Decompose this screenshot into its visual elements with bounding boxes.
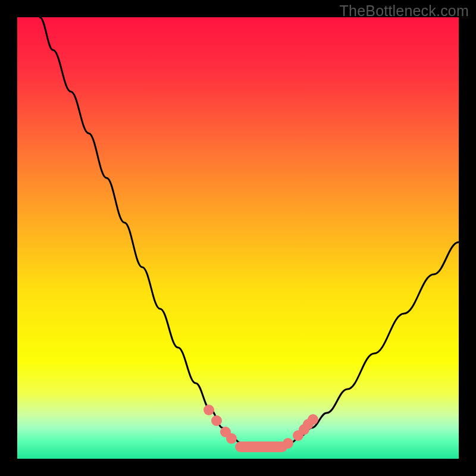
curve-layer	[17, 17, 459, 459]
marker-dot	[226, 433, 237, 444]
bottleneck-curve	[40, 17, 459, 449]
outer-black-frame: TheBottleneck.com	[0, 0, 476, 476]
marker-dot	[211, 415, 222, 426]
plot-area	[17, 17, 459, 459]
marker-dot	[203, 405, 214, 415]
watermark-text: TheBottleneck.com	[340, 2, 469, 20]
marker-dot	[283, 438, 293, 449]
marker-dot	[308, 414, 318, 425]
